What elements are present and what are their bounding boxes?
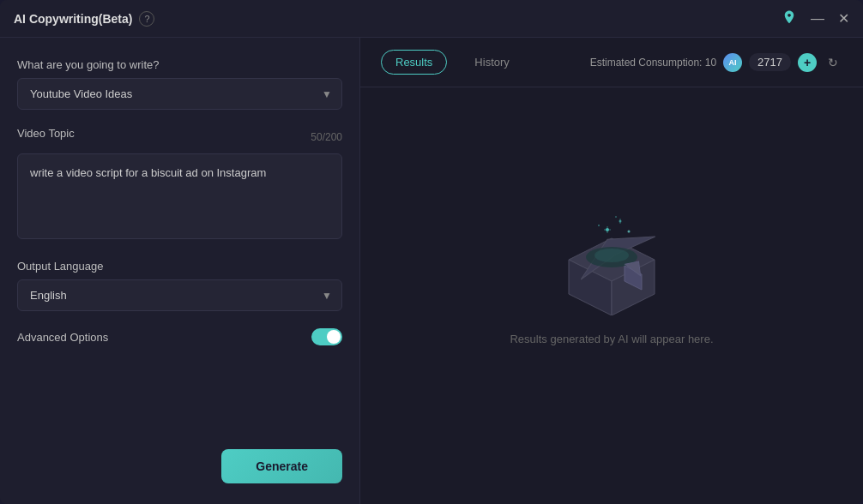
topic-section: Video Topic 50/200 write a video script … bbox=[17, 127, 342, 243]
left-panel: What are you going to write? Youtube Vid… bbox=[0, 38, 360, 504]
empty-state-text: Results generated by AI will appear here… bbox=[510, 333, 713, 345]
app-window: AI Copywriting(Beta) ? — ✕ What are you … bbox=[0, 0, 863, 504]
title-left: AI Copywriting(Beta) ? bbox=[14, 11, 154, 27]
ai-avatar: AI bbox=[723, 53, 742, 72]
svg-point-9 bbox=[598, 225, 600, 226]
title-bar: AI Copywriting(Beta) ? — ✕ bbox=[0, 0, 863, 38]
topic-label: Video Topic bbox=[17, 127, 75, 140]
topic-textarea[interactable]: write a video script for a biscuit ad on… bbox=[17, 153, 342, 239]
app-title: AI Copywriting(Beta) bbox=[14, 12, 132, 26]
char-count: 50/200 bbox=[311, 131, 342, 143]
close-button[interactable]: ✕ bbox=[838, 12, 849, 26]
tab-history[interactable]: History bbox=[461, 51, 522, 74]
help-icon[interactable]: ? bbox=[139, 11, 154, 27]
refresh-button[interactable]: ↻ bbox=[824, 53, 842, 72]
svg-point-5 bbox=[594, 249, 629, 262]
window-controls: — ✕ bbox=[782, 9, 849, 27]
advanced-toggle[interactable] bbox=[311, 328, 342, 345]
prompt-select-wrapper: Youtube Video Ideas Blog Post Social Med… bbox=[17, 78, 342, 110]
language-select[interactable]: English Spanish French German Chinese bbox=[17, 279, 342, 311]
prompt-select[interactable]: Youtube Video Ideas Blog Post Social Med… bbox=[17, 78, 342, 110]
prompt-label: What are you going to write? bbox=[17, 58, 342, 71]
right-header: Results History Estimated Consumption: 1… bbox=[360, 38, 863, 87]
credit-count: 2717 bbox=[749, 53, 791, 71]
language-section: Output Language English Spanish French G… bbox=[17, 260, 342, 311]
pin-icon[interactable] bbox=[782, 9, 797, 27]
advanced-options-row: Advanced Options bbox=[17, 328, 342, 345]
minimize-button[interactable]: — bbox=[811, 12, 824, 26]
generate-button[interactable]: Generate bbox=[221, 449, 342, 483]
right-panel: Results History Estimated Consumption: 1… bbox=[360, 38, 863, 504]
advanced-label: Advanced Options bbox=[17, 331, 108, 344]
add-credits-button[interactable]: + bbox=[798, 53, 817, 72]
language-select-wrapper: English Spanish French German Chinese ▼ bbox=[17, 279, 342, 311]
prompt-type-section: What are you going to write? Youtube Vid… bbox=[17, 58, 342, 110]
svg-point-10 bbox=[615, 216, 617, 218]
svg-point-8 bbox=[628, 230, 631, 232]
empty-illustration bbox=[552, 213, 672, 315]
main-content: What are you going to write? Youtube Vid… bbox=[0, 38, 863, 504]
empty-state: Results generated by AI will appear here… bbox=[360, 87, 863, 504]
consumption-area: Estimated Consumption: 10 AI 2717 + ↻ bbox=[590, 53, 842, 72]
consumption-label: Estimated Consumption: 10 bbox=[590, 57, 716, 69]
tab-results[interactable]: Results bbox=[381, 50, 447, 75]
language-label: Output Language bbox=[17, 260, 342, 273]
topic-label-row: Video Topic 50/200 bbox=[17, 127, 342, 147]
